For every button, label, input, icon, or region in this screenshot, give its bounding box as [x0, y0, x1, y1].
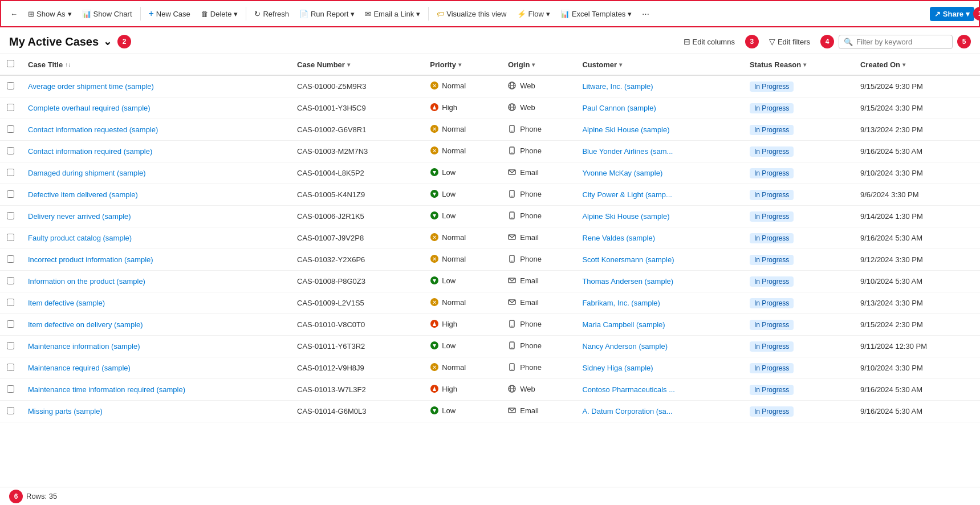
run-report-button[interactable]: 📄 Run Report ▾ — [295, 7, 359, 21]
row-select-checkbox-6[interactable] — [7, 212, 14, 219]
customer-link-8[interactable]: Scott Konersmann (sample) — [582, 255, 674, 264]
status-reason-cell-9: In Progress — [743, 271, 853, 292]
row-checkbox-14 — [0, 379, 21, 401]
customer-cell-13: Sidney Higa (sample) — [575, 357, 743, 379]
header-priority[interactable]: Priority ▾ — [423, 54, 501, 75]
customer-link-10[interactable]: Fabrikam, Inc. (sample) — [582, 299, 660, 307]
view-title-chevron[interactable]: ⌄ — [103, 35, 112, 48]
case-title-link-14[interactable]: Maintenance time information required (s… — [28, 385, 185, 394]
status-badge-8: In Progress — [750, 255, 794, 265]
customer-link-13[interactable]: Sidney Higa (sample) — [582, 364, 653, 372]
status-reason-cell-3: In Progress — [743, 141, 853, 162]
status-reason-cell-6: In Progress — [743, 206, 853, 227]
customer-link-11[interactable]: Maria Campbell (sample) — [582, 320, 665, 329]
customer-link-3[interactable]: Blue Yonder Airlines (sam... — [582, 147, 673, 156]
customer-link-1[interactable]: Paul Cannon (sample) — [582, 104, 656, 112]
filter-by-keyword-input[interactable] — [856, 38, 948, 46]
share-button[interactable]: ↗ Share ▾ — [930, 7, 974, 21]
customer-link-15[interactable]: A. Datum Corporation (sa... — [582, 407, 672, 416]
show-as-button[interactable]: ⊞ Show As ▾ — [23, 7, 76, 21]
case-title-link-15[interactable]: Missing parts (sample) — [28, 407, 103, 416]
case-title-link-0[interactable]: Average order shipment time (sample) — [28, 82, 154, 91]
customer-link-14[interactable]: Contoso Pharmaceuticals ... — [582, 385, 675, 394]
row-select-checkbox-15[interactable] — [7, 407, 14, 414]
table-row: Contact information requested (sample) C… — [0, 119, 980, 141]
svg-text:✕: ✕ — [432, 234, 437, 241]
customer-link-4[interactable]: Yvonne McKay (sample) — [582, 169, 662, 177]
origin-cell-5: Phone — [501, 184, 575, 206]
row-select-checkbox-14[interactable] — [7, 385, 14, 393]
customer-link-6[interactable]: Alpine Ski House (sample) — [582, 212, 669, 221]
case-title-link-9[interactable]: Information on the product (sample) — [28, 277, 145, 286]
created-on-cell-11: 9/15/2024 2:30 PM — [853, 314, 980, 336]
header-case-title[interactable]: Case Title ↑↓ — [21, 54, 290, 75]
show-chart-button[interactable]: 📊 Show Chart — [78, 7, 137, 21]
row-select-checkbox-5[interactable] — [7, 190, 14, 198]
table-row: Maintenance required (sample) CAS-01012-… — [0, 357, 980, 379]
case-title-link-12[interactable]: Maintenance information (sample) — [28, 342, 140, 351]
row-select-checkbox-7[interactable] — [7, 234, 14, 241]
customer-link-0[interactable]: Litware, Inc. (sample) — [582, 82, 653, 91]
case-title-link-4[interactable]: Damaged during shipment (sample) — [28, 169, 146, 177]
row-select-checkbox-3[interactable] — [7, 147, 14, 154]
created-on-cell-10: 9/13/2024 3:30 PM — [853, 292, 980, 314]
case-title-link-2[interactable]: Contact information requested (sample) — [28, 125, 158, 134]
edit-filters-button[interactable]: ▽ Edit filters — [763, 34, 816, 49]
case-title-link-7[interactable]: Faulty product catalog (sample) — [28, 234, 132, 242]
case-title-link-13[interactable]: Maintenance required (sample) — [28, 364, 131, 372]
new-case-button[interactable]: + New Case — [144, 6, 195, 22]
edit-filters-icon: ▽ — [769, 37, 775, 46]
status-reason-cell-14: In Progress — [743, 379, 853, 401]
customer-link-5[interactable]: City Power & Light (samp... — [582, 190, 672, 199]
case-title-link-5[interactable]: Defective item delivered (sample) — [28, 190, 138, 199]
row-select-checkbox-13[interactable] — [7, 364, 14, 371]
origin-cell-11: Phone — [501, 314, 575, 336]
more-button[interactable]: ⋯ — [637, 7, 654, 21]
case-title-link-1[interactable]: Complete overhaul required (sample) — [28, 104, 151, 112]
header-created-on[interactable]: Created On ▾ — [853, 54, 980, 75]
case-number-cell-12: CAS-01011-Y6T3R2 — [290, 336, 423, 357]
row-select-checkbox-0[interactable] — [7, 82, 14, 89]
case-title-link-10[interactable]: Item defective (sample) — [28, 299, 105, 307]
delete-button[interactable]: 🗑 Delete ▾ — [196, 7, 243, 21]
flow-button[interactable]: ⚡ Flow ▾ — [513, 7, 555, 21]
filter-input-wrapper[interactable]: 🔍 — [839, 35, 953, 49]
customer-link-9[interactable]: Thomas Andersen (sample) — [582, 277, 673, 286]
case-title-cell-14: Maintenance time information required (s… — [21, 379, 290, 401]
customer-link-12[interactable]: Nancy Anderson (sample) — [582, 342, 668, 351]
header-customer[interactable]: Customer ▾ — [575, 54, 743, 75]
customer-link-2[interactable]: Alpine Ski House (sample) — [582, 125, 669, 134]
row-select-checkbox-8[interactable] — [7, 255, 14, 263]
email-link-button[interactable]: ✉ Email a Link ▾ — [360, 7, 425, 21]
status-badge-9: In Progress — [750, 276, 794, 287]
row-select-checkbox-1[interactable] — [7, 104, 14, 111]
status-reason-cell-13: In Progress — [743, 357, 853, 379]
header-case-number[interactable]: Case Number ▾ — [290, 54, 423, 75]
case-title-sort: ↑↓ — [65, 62, 71, 68]
case-title-link-3[interactable]: Contact information required (sample) — [28, 147, 152, 156]
case-title-link-6[interactable]: Delivery never arrived (sample) — [28, 212, 131, 221]
svg-point-17 — [511, 152, 513, 153]
row-checkbox-6 — [0, 206, 21, 227]
row-select-checkbox-10[interactable] — [7, 299, 14, 306]
case-title-link-11[interactable]: Item defective on delivery (sample) — [28, 320, 143, 329]
excel-templates-button[interactable]: 📊 Excel Templates ▾ — [556, 7, 636, 21]
visualize-button[interactable]: 🏷 Visualize this view — [432, 7, 511, 21]
case-title-link-8[interactable]: Incorrect product information (sample) — [28, 255, 153, 264]
row-select-checkbox-2[interactable] — [7, 125, 14, 133]
row-select-checkbox-9[interactable] — [7, 277, 14, 284]
refresh-button[interactable]: ↻ Refresh — [250, 7, 294, 21]
svg-point-13 — [511, 131, 513, 132]
table-row: Information on the product (sample) CAS-… — [0, 271, 980, 292]
edit-columns-button[interactable]: ⊟ Edit columns — [678, 34, 741, 49]
priority-cell-9: Low — [423, 271, 501, 292]
select-all-checkbox[interactable] — [7, 60, 14, 67]
customer-link-7[interactable]: Rene Valdes (sample) — [582, 234, 655, 242]
row-select-checkbox-4[interactable] — [7, 169, 14, 176]
case-title-cell-7: Faulty product catalog (sample) — [21, 227, 290, 249]
header-origin[interactable]: Origin ▾ — [501, 54, 575, 75]
row-select-checkbox-12[interactable] — [7, 342, 14, 349]
row-select-checkbox-11[interactable] — [7, 320, 14, 328]
back-button[interactable]: ← — [6, 7, 22, 21]
header-status-reason[interactable]: Status Reason ▾ — [743, 54, 853, 75]
